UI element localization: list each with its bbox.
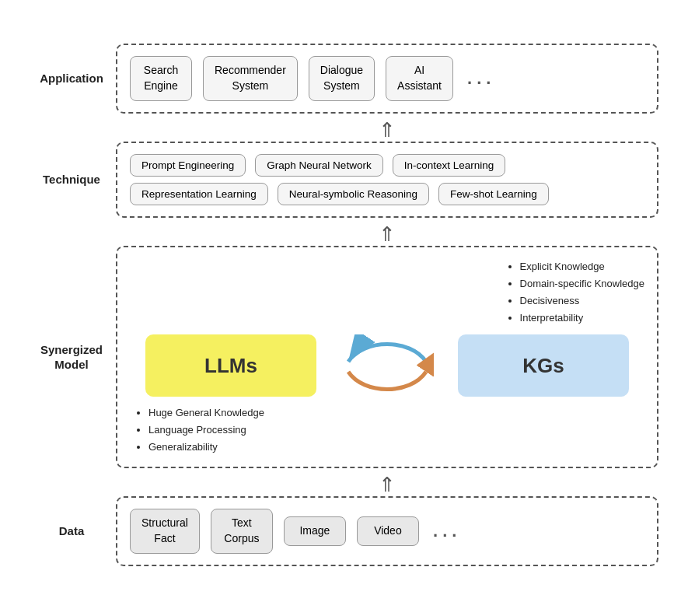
synergized-content: Explicit Knowledge Domain-specific Knowl… [116,246,658,469]
technique-layer: Technique Prompt Engineering Graph Neura… [37,142,658,218]
application-dots: . . . [464,68,491,89]
llm-bullets: Huge General Knowledge Language Processi… [130,404,264,456]
synergized-label: SynergizedModel [37,342,107,373]
boxes-row: LLMs [130,334,644,397]
kg-bullets: Explicit Knowledge Domain-specific Knowl… [501,258,644,327]
box-graph-neural-network: Graph Neural Network [255,154,382,177]
arrow-data-to-syn: ⇑ [37,474,658,495]
box-in-context-learning: In-context Learning [393,154,506,177]
technique-row-1: Prompt Engineering Graph Neural Network … [130,154,644,177]
bidirectional-arrows [341,334,434,397]
kg-bullet-4: Interpretability [520,310,644,327]
kg-bullet-2: Domain-specific Knowledge [520,275,644,292]
synergized-layer: SynergizedModel Explicit Knowledge Domai… [37,246,658,469]
llm-box: LLMs [145,334,316,397]
data-dots: . . . [430,521,457,541]
data-boxes: StructuralFact TextCorpus Image Video . … [130,509,644,553]
box-search-engine: SearchEngine [130,56,192,100]
arrow-syn-to-tech: ⇑ [37,224,658,244]
application-content: SearchEngine RecommenderSystem DialogueS… [116,44,658,113]
kg-label: KGs [522,354,564,378]
data-layer: Data StructuralFact TextCorpus Image Vid… [37,496,658,565]
up-arrow-3: ⇑ [379,474,396,495]
llm-bullet-3: Generalizability [148,439,264,456]
llm-label: LLMs [204,354,257,378]
application-label: Application [37,71,107,86]
up-arrow-1: ⇑ [379,120,396,140]
box-few-shot-learning: Few-shot Learning [438,183,549,205]
box-text-corpus: TextCorpus [211,509,273,553]
technique-row-2: Representation Learning Neural-symbolic … [130,183,644,205]
box-video: Video [357,516,419,546]
data-content: StructuralFact TextCorpus Image Video . … [116,496,658,565]
kg-bullet-1: Explicit Knowledge [520,258,644,275]
technique-grid: Prompt Engineering Graph Neural Network … [130,154,644,205]
application-layer: Application SearchEngine RecommenderSyst… [37,44,658,113]
box-ai-assistant: AIAssistant [386,56,453,100]
box-dialogue-system: DialogueSystem [309,56,375,100]
llm-bullet-2: Language Processing [148,422,264,439]
kg-box: KGs [458,334,629,397]
box-structural-fact: StructuralFact [130,509,200,553]
arrow-tech-to-app: ⇑ [37,120,658,140]
kg-bullet-3: Decisiveness [520,292,644,310]
application-boxes: SearchEngine RecommenderSystem DialogueS… [130,56,644,100]
technique-content: Prompt Engineering Graph Neural Network … [116,142,658,218]
box-prompt-engineering: Prompt Engineering [130,154,246,177]
up-arrow-2: ⇑ [379,224,396,244]
arrows-between [316,334,458,397]
box-image: Image [284,516,346,546]
diagram: Application SearchEngine RecommenderSyst… [29,28,666,587]
box-neural-symbolic-reasoning: Neural-symbolic Reasoning [278,183,429,205]
box-recommender-system: RecommenderSystem [203,56,298,100]
box-representation-learning: Representation Learning [130,183,268,205]
llm-bullet-1: Huge General Knowledge [148,404,264,422]
technique-label: Technique [37,172,107,187]
data-label: Data [37,523,107,539]
